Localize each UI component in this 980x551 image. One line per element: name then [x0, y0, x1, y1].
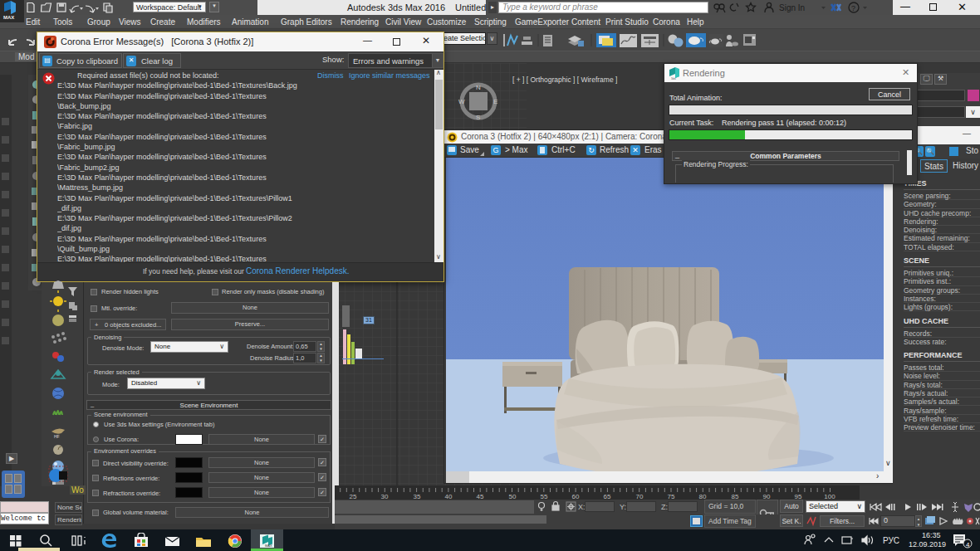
svg-text:4: 4 — [966, 541, 970, 549]
svg-text:25: 25 — [350, 493, 357, 500]
svg-text:3ds: 3ds — [671, 77, 676, 80]
svg-text:90: 90 — [763, 493, 771, 500]
svg-text:75: 75 — [668, 493, 675, 500]
svg-text:E: E — [493, 98, 497, 105]
svg-text:S: S — [476, 114, 480, 121]
svg-text:MAX: MAX — [265, 544, 272, 548]
svg-text:60: 60 — [572, 493, 580, 500]
svg-text:80: 80 — [699, 493, 707, 500]
svg-text:30: 30 — [381, 493, 389, 500]
svg-text:N: N — [476, 84, 481, 91]
svg-text:35: 35 — [414, 493, 421, 500]
svg-text:W: W — [458, 98, 465, 105]
svg-text:?: ? — [851, 4, 855, 12]
svg-text:HF: HF — [54, 434, 60, 439]
svg-text:55: 55 — [541, 493, 548, 500]
svg-text:70: 70 — [636, 493, 644, 500]
svg-text:85: 85 — [732, 493, 739, 500]
svg-text:100: 100 — [824, 493, 835, 500]
svg-text:65: 65 — [604, 493, 611, 500]
svg-text:50: 50 — [509, 493, 517, 500]
svg-text:40: 40 — [445, 493, 453, 500]
svg-text:РУС: РУС — [883, 536, 899, 545]
svg-text:95: 95 — [795, 493, 802, 500]
svg-text:45: 45 — [477, 493, 484, 500]
svg-text:Sign In: Sign In — [779, 3, 805, 12]
